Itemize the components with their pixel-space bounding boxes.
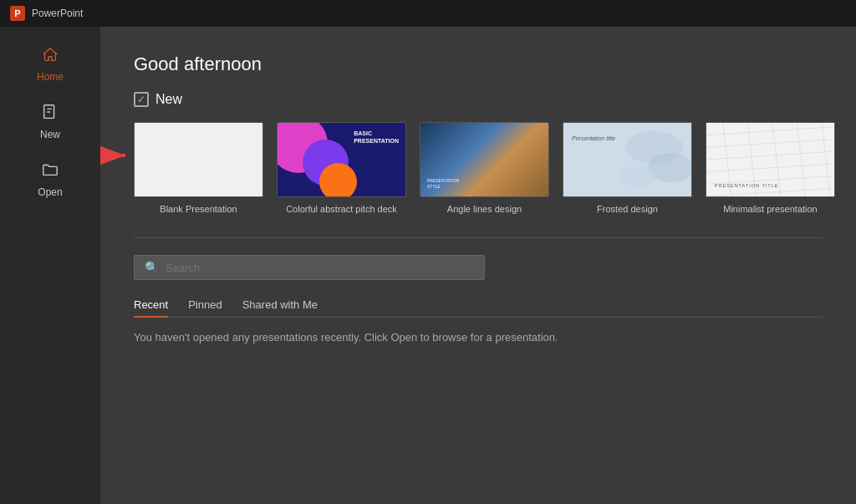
greeting-text: Good afternoon [134, 53, 823, 75]
search-icon: 🔍 [145, 261, 159, 274]
content-area: Good afternoon New [100, 27, 856, 504]
tabs-bar: Recent Pinned Shared with Me [134, 293, 823, 318]
sidebar-open-label: Open [38, 186, 62, 198]
template-angle[interactable]: PRESENTATIONSTYLE Angle lines design [420, 122, 549, 214]
sidebar: Home New Open [0, 27, 100, 504]
search-input[interactable] [166, 262, 474, 274]
main-layout: Home New Open Good afternoon [0, 27, 856, 504]
template-frosted[interactable]: Presentation title Frosted design [563, 122, 692, 214]
new-icon [41, 103, 59, 124]
template-thumb-frosted: Presentation title [563, 122, 692, 197]
titlebar: P PowerPoint [0, 0, 856, 27]
template-label-angle: Angle lines design [447, 204, 522, 214]
template-thumb-angle: PRESENTATIONSTYLE [420, 122, 549, 197]
template-label-minimalist: Minimalist presentation [723, 204, 818, 214]
section-header: New [134, 92, 823, 107]
sidebar-new-label: New [40, 129, 60, 140]
sidebar-item-open[interactable]: Open [0, 152, 100, 206]
search-bar[interactable]: 🔍 [134, 255, 485, 280]
template-thumb-minimalist: PRESENTATION TITLE [706, 122, 835, 197]
open-icon [41, 160, 59, 181]
template-label-colorful: Colorful abstract pitch deck [286, 204, 397, 214]
templates-row: Blank Presentation BASICPRESENTATION Col… [134, 122, 823, 214]
tab-shared[interactable]: Shared with Me [242, 293, 318, 318]
template-minimalist[interactable]: PRESENTATION TITLE Minimalist presentati… [706, 122, 835, 214]
app-logo: P [10, 6, 25, 21]
tab-recent[interactable]: Recent [134, 293, 168, 318]
section-divider [134, 237, 823, 238]
sidebar-item-new[interactable]: New [0, 94, 100, 149]
template-blank[interactable]: Blank Presentation [134, 122, 263, 214]
template-label-blank: Blank Presentation [160, 204, 237, 214]
template-label-frosted: Frosted design [597, 204, 658, 214]
template-colorful[interactable]: BASICPRESENTATION Colorful abstract pitc… [277, 122, 406, 214]
sidebar-home-label: Home [37, 71, 64, 83]
app-title: PowerPoint [32, 8, 83, 19]
svg-point-5 [619, 165, 655, 187]
template-thumb-colorful: BASICPRESENTATION [277, 122, 406, 197]
empty-message: You haven't opened any presentations rec… [134, 331, 823, 344]
sidebar-item-home[interactable]: Home [0, 37, 100, 91]
section-title: New [155, 92, 182, 107]
red-arrow-indicator [100, 144, 135, 171]
tab-pinned[interactable]: Pinned [188, 293, 222, 318]
section-checkbox [134, 92, 149, 107]
home-icon [41, 45, 59, 66]
template-thumb-blank [134, 122, 263, 197]
